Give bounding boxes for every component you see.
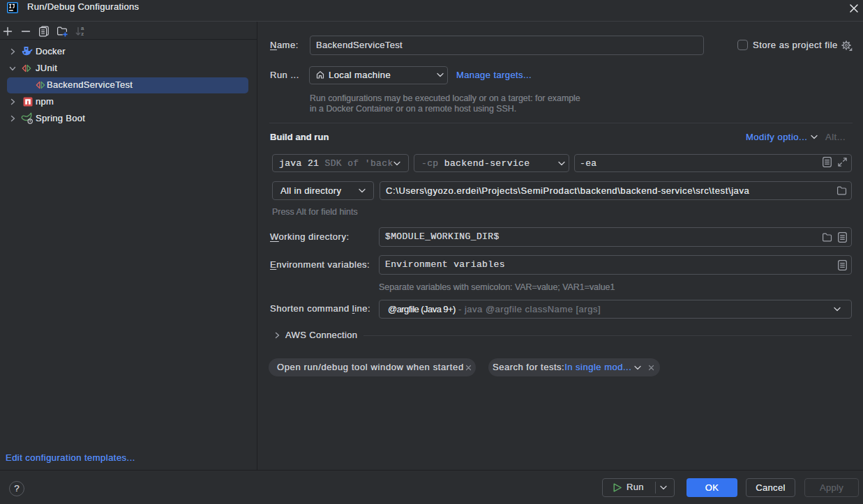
svg-text:z: z xyxy=(81,31,84,37)
